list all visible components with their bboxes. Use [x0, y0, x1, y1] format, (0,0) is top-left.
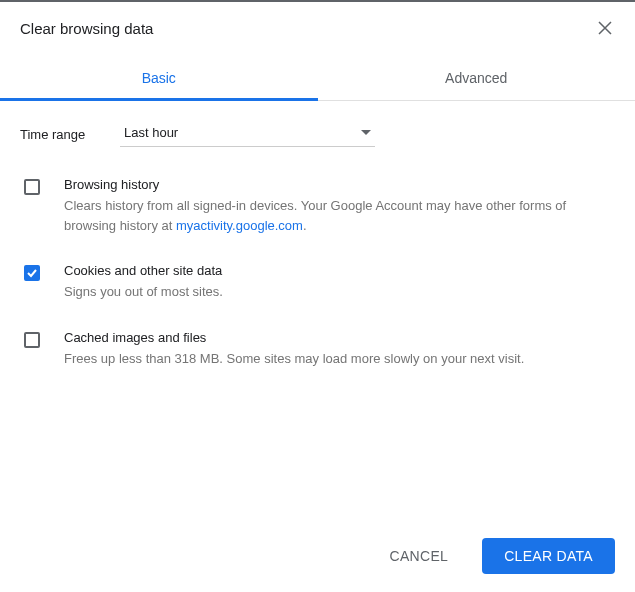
cancel-button[interactable]: CANCEL [368, 538, 471, 574]
option-desc: Clears history from all signed-in device… [64, 196, 615, 235]
time-range-value: Last hour [124, 125, 178, 140]
dialog-footer: CANCEL CLEAR DATA [0, 520, 635, 592]
option-text: Cookies and other site data Signs you ou… [64, 263, 615, 302]
close-button[interactable] [595, 18, 615, 38]
tabs: Basic Advanced [0, 56, 635, 101]
option-title: Cached images and files [64, 330, 615, 345]
clear-browsing-data-dialog: Clear browsing data Basic Advanced Time … [0, 2, 635, 368]
option-cookies: Cookies and other site data Signs you ou… [20, 263, 615, 302]
option-cached: Cached images and files Frees up less th… [20, 330, 615, 369]
dialog-title: Clear browsing data [20, 20, 153, 37]
option-title: Cookies and other site data [64, 263, 615, 278]
option-desc: Frees up less than 318 MB. Some sites ma… [64, 349, 615, 369]
close-icon [597, 20, 613, 36]
myactivity-link[interactable]: myactivity.google.com [176, 218, 303, 233]
time-range-select[interactable]: Last hour [120, 121, 375, 147]
option-desc: Signs you out of most sites. [64, 282, 615, 302]
checkbox-browsing-history[interactable] [24, 179, 40, 195]
dialog-header: Clear browsing data [0, 2, 635, 46]
checkbox-cached[interactable] [24, 332, 40, 348]
time-range-row: Time range Last hour [20, 121, 615, 147]
option-text: Cached images and files Frees up less th… [64, 330, 615, 369]
checkbox-cookies[interactable] [24, 265, 40, 281]
dialog-content: Time range Last hour Browsing history Cl… [0, 101, 635, 368]
clear-data-button[interactable]: CLEAR DATA [482, 538, 615, 574]
time-range-label: Time range [20, 127, 120, 142]
option-browsing-history: Browsing history Clears history from all… [20, 177, 615, 235]
desc-prefix: Clears history from all signed-in device… [64, 198, 566, 233]
chevron-down-icon [361, 130, 371, 135]
desc-suffix: . [303, 218, 307, 233]
tab-basic[interactable]: Basic [0, 56, 318, 100]
option-text: Browsing history Clears history from all… [64, 177, 615, 235]
tab-advanced[interactable]: Advanced [318, 56, 636, 100]
option-title: Browsing history [64, 177, 615, 192]
